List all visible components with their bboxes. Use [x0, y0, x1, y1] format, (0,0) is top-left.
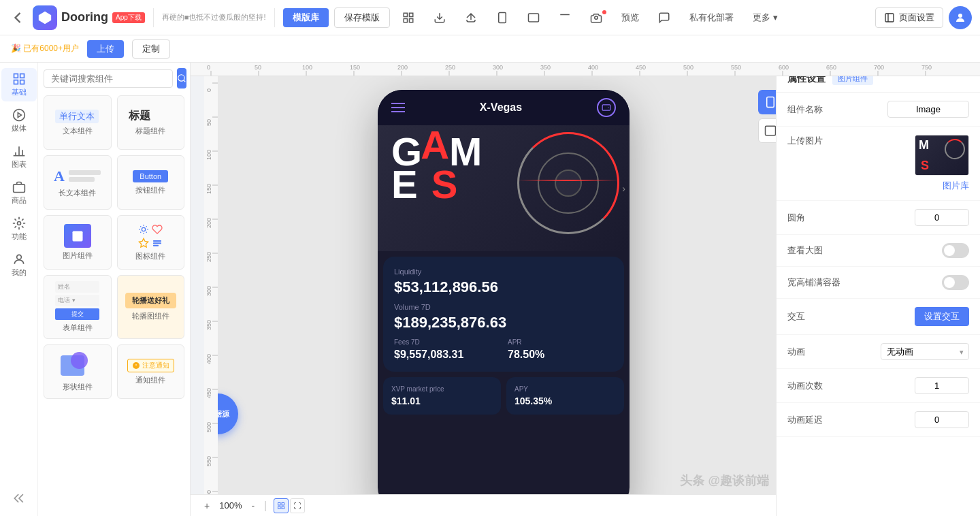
template-lib-button[interactable]: 模版库 — [283, 8, 329, 27]
search-button[interactable] — [177, 68, 186, 88]
comp-label-button: 按钮组件 — [135, 185, 165, 195]
sidebar-item-product[interactable]: 商品 — [1, 176, 37, 210]
comp-label-shape: 形状组件 — [63, 382, 93, 392]
svg-point-24 — [178, 75, 184, 81]
sidebar-item-media[interactable]: 媒体 — [1, 104, 37, 138]
svg-rect-32 — [153, 244, 159, 246]
nav-icon-btn-camera[interactable] — [583, 9, 609, 27]
animation-select[interactable]: 无动画 淡入 滑入 缩放 — [881, 343, 969, 360]
app-download-badge[interactable]: App下载 — [112, 12, 145, 23]
right-panel: 属性设置 图片组件 组件名称 上传图片 M S 图片库 圆角 查看大图 — [776, 63, 980, 516]
prop-row-interaction: 交互 设置交互 — [777, 299, 980, 335]
comp-item-longtext[interactable]: A 长文本组件 — [44, 155, 112, 210]
custom-button[interactable]: 定制 — [132, 39, 170, 59]
logo-text: Dooring — [61, 10, 108, 25]
sidebar-collapse-button[interactable] — [12, 491, 26, 508]
nav-icon-btn-3[interactable] — [458, 9, 484, 27]
search-input[interactable] — [44, 69, 173, 88]
mobile-view-button[interactable] — [758, 90, 776, 114]
prop-label-animation: 动画 — [787, 346, 874, 358]
prop-label-anim-delay: 动画延迟 — [787, 414, 908, 426]
prop-row-anim-count: 动画次数 — [777, 369, 980, 403]
svg-rect-14 — [20, 80, 24, 84]
svg-marker-29 — [140, 238, 148, 247]
svg-rect-42 — [282, 506, 284, 509]
zoom-in-button[interactable]: + — [201, 500, 212, 511]
more-button[interactable]: 更多 ▾ — [746, 9, 785, 27]
comp-item-carousel[interactable]: 轮播送好礼 轮播图组件 — [117, 275, 185, 339]
zoom-value: 100% — [219, 500, 242, 511]
comp-item-form[interactable]: 姓名 电话 ▾ 提交 表单组件 — [44, 275, 112, 339]
zoom-out-button[interactable]: - — [248, 500, 257, 511]
wallet-icon[interactable] — [597, 98, 616, 117]
svg-rect-12 — [20, 74, 24, 78]
svg-rect-8 — [885, 14, 894, 22]
carousel-preview: 轮播送好礼 — [125, 293, 176, 308]
comp-label-image: 图片组件 — [63, 251, 93, 261]
back-button[interactable] — [8, 8, 27, 27]
image-library-link[interactable]: 图片库 — [943, 180, 969, 192]
save-template-button[interactable]: 保存模版 — [334, 7, 390, 28]
comp-item-image[interactable]: 图片组件 — [44, 215, 112, 270]
border-radius-input[interactable] — [915, 209, 969, 226]
canvas-area: X-Vegas G A — [204, 76, 776, 516]
svg-point-28 — [142, 227, 146, 231]
preview-button[interactable]: 预览 — [615, 9, 646, 27]
banner-image: G A M E S — [378, 125, 630, 251]
form-preview: 姓名 电话 ▾ 提交 — [55, 281, 99, 320]
prop-row-radius: 圆角 — [777, 201, 980, 235]
grid-view-button[interactable] — [274, 498, 289, 513]
prop-label-anim-count: 动画次数 — [787, 380, 908, 392]
liquidity-label: Liquidity — [394, 268, 613, 276]
svg-rect-37 — [767, 97, 774, 108]
shape-preview — [61, 352, 95, 379]
animation-select-wrapper: 无动画 淡入 滑入 缩放 — [881, 343, 969, 360]
prop-row-animation: 动画 无动画 淡入 滑入 缩放 — [777, 335, 980, 369]
svg-marker-16 — [18, 113, 21, 118]
tablet-view-button[interactable] — [758, 118, 776, 143]
sidebar-item-function[interactable]: 功能 — [1, 212, 37, 246]
upload-button[interactable]: 上传 — [87, 40, 124, 58]
comp-label-text: 文本组件 — [63, 126, 93, 136]
sidebar-item-chart[interactable]: 图表 — [1, 140, 37, 174]
nav-icon-btn-5[interactable] — [521, 9, 546, 27]
animation-delay-input[interactable] — [915, 411, 969, 428]
xvp-label: XVP market price — [391, 385, 493, 393]
user-avatar[interactable] — [949, 6, 972, 29]
fullscreen-button[interactable] — [290, 498, 305, 513]
set-interaction-button[interactable]: 设置交互 — [915, 307, 969, 326]
prop-label-name: 组件名称 — [787, 103, 881, 116]
comp-item-notify[interactable]: 注意通知 通知组件 — [117, 344, 185, 399]
view-large-toggle[interactable] — [942, 243, 969, 258]
canvas-content: X-Vegas G A — [218, 76, 776, 516]
comp-label-notify: 通知组件 — [135, 375, 165, 385]
sidebar-label-function: 功能 — [12, 231, 27, 242]
secondary-bar: 🎉 已有6000+用户 上传 定制 — [0, 35, 980, 63]
svg-point-7 — [594, 16, 598, 19]
wechat-button[interactable] — [651, 9, 677, 27]
comp-item-title[interactable]: 标题 标题组件 — [117, 95, 185, 150]
hamburger-menu-icon[interactable] — [391, 103, 405, 112]
component-name-input[interactable] — [887, 101, 969, 118]
sidebar-item-mine[interactable]: 我的 — [1, 248, 37, 282]
zoom-separator: | — [264, 500, 267, 512]
nav-icon-btn-1[interactable] — [395, 9, 421, 27]
image-thumbnail: M S — [915, 135, 969, 176]
left-sidebar: 基础 媒体 图表 商品 功能 我的 — [0, 63, 38, 516]
private-deploy-button[interactable]: 私有化部署 — [683, 9, 740, 27]
comp-item-text[interactable]: 单行文本 文本组件 — [44, 95, 112, 150]
comp-item-shape[interactable]: 形状组件 — [44, 344, 112, 399]
banner-game-letters: G A M E S — [391, 132, 482, 204]
comp-item-icon[interactable]: 图标组件 — [117, 215, 185, 270]
svg-point-27 — [75, 233, 77, 235]
nav-icon-btn-4[interactable] — [489, 9, 515, 27]
comp-item-button[interactable]: Button 按钮组件 — [117, 155, 185, 210]
nav-icon-btn-6[interactable] — [552, 9, 578, 27]
animation-count-input[interactable] — [915, 377, 969, 394]
sidebar-item-basic[interactable]: 基础 — [1, 68, 37, 101]
page-settings-button[interactable]: 页面设置 — [875, 7, 943, 28]
fill-container-toggle[interactable] — [942, 275, 969, 290]
svg-rect-5 — [498, 12, 506, 22]
svg-point-22 — [17, 222, 20, 225]
nav-icon-btn-2[interactable] — [427, 9, 453, 27]
